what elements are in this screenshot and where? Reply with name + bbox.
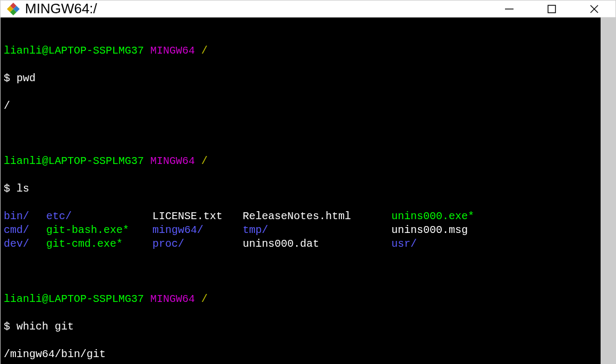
scrollbar-thumb[interactable] bbox=[601, 18, 615, 364]
prompt-path: / bbox=[201, 45, 208, 57]
blank-line bbox=[4, 265, 597, 279]
prompt-user: lianli@LAPTOP-SSPLMG37 bbox=[4, 45, 144, 57]
ls-entry: unins000.msg bbox=[391, 224, 468, 236]
ls-entry: ReleaseNotes.html bbox=[243, 210, 351, 222]
prompt-symbol: $ bbox=[4, 72, 10, 84]
command-line: $ which git bbox=[4, 320, 597, 334]
maximize-button[interactable] bbox=[531, 1, 573, 17]
ls-entry: git-cmd.exe* bbox=[46, 238, 123, 250]
prompt-line: lianli@LAPTOP-SSPLMG37 MINGW64 / bbox=[4, 44, 597, 58]
minimize-button[interactable] bbox=[488, 1, 531, 17]
terminal-window: MINGW64:/ lianli@LAPTOP-SSPLMG37 MINGW64… bbox=[0, 0, 616, 364]
ls-entry: usr/ bbox=[391, 238, 417, 250]
ls-entry: git-bash.exe* bbox=[46, 224, 129, 236]
vertical-scrollbar[interactable] bbox=[601, 18, 615, 364]
ls-entry: tmp/ bbox=[243, 224, 268, 236]
close-icon bbox=[589, 4, 600, 14]
ls-entry: etc/ bbox=[46, 210, 72, 222]
minimize-icon bbox=[504, 4, 515, 14]
output-pwd: / bbox=[4, 99, 597, 113]
blank-line bbox=[4, 127, 597, 141]
ls-entry: mingw64/ bbox=[152, 224, 203, 236]
output-which-git: /mingw64/bin/git bbox=[4, 348, 597, 361]
close-button[interactable] bbox=[573, 1, 615, 17]
window-controls bbox=[488, 1, 615, 17]
window-title: MINGW64:/ bbox=[25, 1, 97, 17]
prompt-line: lianli@LAPTOP-SSPLMG37 MINGW64 / bbox=[4, 292, 597, 306]
command-pwd: pwd bbox=[16, 72, 36, 84]
prompt-env: MINGW64 bbox=[150, 45, 195, 57]
titlebar[interactable]: MINGW64:/ bbox=[1, 1, 615, 18]
command-ls: ls bbox=[16, 183, 29, 195]
terminal-area: lianli@LAPTOP-SSPLMG37 MINGW64 / $ pwd /… bbox=[1, 18, 615, 364]
ls-entry: unins000.exe* bbox=[391, 210, 474, 222]
ls-entry: unins000.dat bbox=[243, 238, 319, 250]
command-which-git: which git bbox=[16, 320, 74, 333]
maximize-icon bbox=[547, 4, 557, 14]
ls-entry: proc/ bbox=[152, 238, 184, 250]
ls-entry: LICENSE.txt bbox=[152, 210, 223, 222]
svg-rect-5 bbox=[548, 5, 555, 13]
prompt-line: lianli@LAPTOP-SSPLMG37 MINGW64 / bbox=[4, 154, 597, 168]
ls-entry: cmd/ bbox=[4, 224, 29, 236]
terminal-content[interactable]: lianli@LAPTOP-SSPLMG37 MINGW64 / $ pwd /… bbox=[1, 18, 601, 364]
ls-entry: dev/ bbox=[4, 238, 29, 250]
ls-output: bin/ cmd/ dev/etc/ git-bash.exe* git-cmd… bbox=[4, 210, 597, 251]
app-icon bbox=[6, 2, 21, 16]
command-line: $ ls bbox=[4, 182, 597, 196]
ls-entry: bin/ bbox=[4, 210, 29, 222]
command-line: $ pwd bbox=[4, 72, 597, 85]
